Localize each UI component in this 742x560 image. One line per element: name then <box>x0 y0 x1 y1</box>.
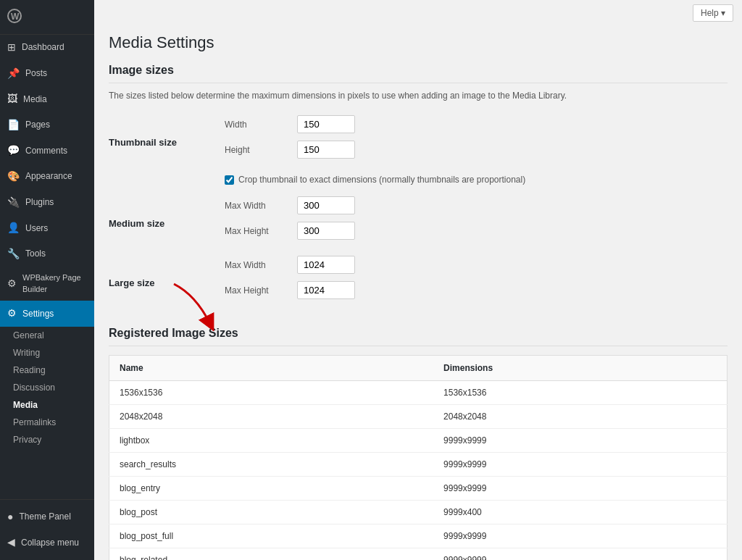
image-sizes-heading: Image sizes <box>109 64 728 83</box>
medium-height-row: Max Height <box>225 222 728 240</box>
media-icon: 🖼 <box>7 92 17 106</box>
medium-width-input[interactable] <box>297 196 355 214</box>
table-cell-dimensions: 9999x400 <box>433 501 727 525</box>
thumbnail-height-row: Height <box>225 141 728 159</box>
large-width-row: Max Width <box>225 256 728 274</box>
col-dimensions: Dimensions <box>433 356 727 381</box>
sidebar-item-comments[interactable]: 💬 Comments <box>0 138 94 164</box>
sidebar-item-media[interactable]: 🖼 Media <box>0 86 94 112</box>
sidebar-item-dashboard[interactable]: ⊞ Dashboard <box>0 35 94 61</box>
theme-panel-icon: ● <box>7 510 13 525</box>
table-cell-name: lightbox <box>109 429 434 453</box>
large-width-input[interactable] <box>297 256 355 274</box>
sidebar-item-theme-panel[interactable]: ● Theme Panel <box>0 504 94 530</box>
table-row: blog_post9999x400 <box>109 501 728 525</box>
table-cell-dimensions: 9999x9999 <box>433 525 727 548</box>
thumbnail-width-label: Width <box>225 120 290 130</box>
thumbnail-fields: Width Height <box>225 115 728 166</box>
table-cell-name: blog_post <box>109 501 434 525</box>
sidebar-item-label: Tools <box>25 248 46 260</box>
plugins-icon: 🔌 <box>7 196 20 210</box>
sidebar-item-label: Pages <box>25 119 50 131</box>
large-height-row: Max Height <box>225 281 728 299</box>
crop-checkbox-row: Crop thumbnail to exact dimensions (norm… <box>225 175 728 185</box>
large-fields: Max Width Max Height <box>225 256 728 306</box>
sidebar-item-settings[interactable]: ⚙ Settings <box>0 301 94 327</box>
sidebar-sub-general[interactable]: General <box>0 327 94 344</box>
table-cell-dimensions: 9999x9999 <box>433 429 727 453</box>
sidebar-item-users[interactable]: 👤 Users <box>0 215 94 241</box>
medium-max-width-label: Max Width <box>225 201 290 211</box>
crop-checkbox[interactable] <box>225 175 234 185</box>
medium-height-input[interactable] <box>297 222 355 240</box>
table-row: blog_related9999x9999 <box>109 548 728 561</box>
table-cell-name: blog_entry <box>109 477 434 501</box>
sidebar-sub-reading[interactable]: Reading <box>0 362 94 379</box>
table-row: blog_post_full9999x9999 <box>109 525 728 548</box>
top-bar: Help ▾ <box>94 0 742 26</box>
sidebar-item-label: Collapse menu <box>21 537 79 549</box>
red-arrow-icon <box>152 280 239 331</box>
medium-width-row: Max Width <box>225 196 728 214</box>
table-cell-name: 1536x1536 <box>109 381 434 405</box>
posts-icon: 📌 <box>7 67 20 81</box>
table-row: 2048x20482048x2048 <box>109 405 728 429</box>
sidebar-item-posts[interactable]: 📌 Posts <box>0 61 94 87</box>
sidebar-item-label: Appearance <box>25 170 72 183</box>
table-cell-name: search_results <box>109 453 434 477</box>
table-row: blog_entry9999x9999 <box>109 477 728 501</box>
registered-image-sizes-section: Registered Image Sizes Name Dimensions 1… <box>109 324 728 560</box>
dashboard-icon: ⊞ <box>7 41 16 55</box>
sidebar-item-label: Plugins <box>25 196 54 209</box>
sidebar-item-label: Theme Panel <box>19 511 70 523</box>
sidebar-item-appearance[interactable]: 🎨 Appearance <box>0 164 94 190</box>
help-button[interactable]: Help ▾ <box>693 4 733 22</box>
pages-icon: 📄 <box>7 118 20 133</box>
users-icon: 👤 <box>7 221 20 235</box>
medium-label: Medium size <box>109 215 225 229</box>
table-cell-name: blog_related <box>109 548 434 561</box>
sidebar-item-label: Users <box>25 222 48 235</box>
large-max-width-label: Max Width <box>225 260 290 270</box>
sidebar-item-label: Settings <box>22 308 54 320</box>
sidebar-bottom: ● Theme Panel ◀ Collapse menu <box>0 499 94 560</box>
sidebar-item-wpbakery[interactable]: ⚙ WPBakery Page Builder <box>0 267 94 301</box>
sidebar-item-label: WPBakery Page Builder <box>22 272 87 295</box>
sidebar-item-collapse[interactable]: ◀ Collapse menu <box>0 530 94 556</box>
sidebar-item-tools[interactable]: 🔧 Tools <box>0 241 94 267</box>
tools-icon: 🔧 <box>7 247 20 262</box>
collapse-icon: ◀ <box>7 535 15 550</box>
table-cell-dimensions: 2048x2048 <box>433 405 727 429</box>
comments-icon: 💬 <box>7 143 20 158</box>
sidebar: W ⊞ Dashboard 📌 Posts 🖼 Media 📄 Pages 💬 … <box>0 0 94 560</box>
sidebar-sub-media[interactable]: Media <box>0 396 94 414</box>
sidebar-sub-permalinks[interactable]: Permalinks <box>0 414 94 431</box>
thumbnail-width-row: Width <box>225 115 728 133</box>
table-cell-dimensions: 9999x9999 <box>433 477 727 501</box>
sidebar-item-label: Posts <box>25 67 47 80</box>
sidebar-sub-privacy[interactable]: Privacy <box>0 431 94 448</box>
thumbnail-width-input[interactable] <box>297 115 355 133</box>
sidebar-item-plugins[interactable]: 🔌 Plugins <box>0 190 94 216</box>
thumbnail-height-label: Height <box>225 145 290 155</box>
sidebar-item-label: Comments <box>25 145 67 157</box>
sidebar-sub-writing[interactable]: Writing <box>0 344 94 362</box>
table-cell-dimensions: 9999x9999 <box>433 548 727 561</box>
wp-logo: W <box>0 0 94 35</box>
col-name: Name <box>109 356 434 381</box>
medium-max-height-label: Max Height <box>225 226 290 236</box>
thumbnail-label: Thumbnail size <box>109 134 225 148</box>
settings-icon: ⚙ <box>7 306 17 321</box>
crop-label: Crop thumbnail to exact dimensions (norm… <box>238 175 525 185</box>
sidebar-item-pages[interactable]: 📄 Pages <box>0 112 94 138</box>
table-cell-dimensions: 1536x1536 <box>433 381 727 405</box>
table-cell-dimensions: 9999x9999 <box>433 453 727 477</box>
registered-sizes-table: Name Dimensions 1536x15361536x15362048x2… <box>109 355 728 560</box>
table-row: search_results9999x9999 <box>109 453 728 477</box>
thumbnail-height-input[interactable] <box>297 141 355 159</box>
table-row: 1536x15361536x1536 <box>109 381 728 405</box>
sidebar-sub-discussion[interactable]: Discussion <box>0 379 94 396</box>
main-content: Help ▾ Media Settings Image sizes The si… <box>94 0 742 560</box>
large-height-input[interactable] <box>297 281 355 299</box>
sidebar-item-label: Dashboard <box>22 41 64 54</box>
